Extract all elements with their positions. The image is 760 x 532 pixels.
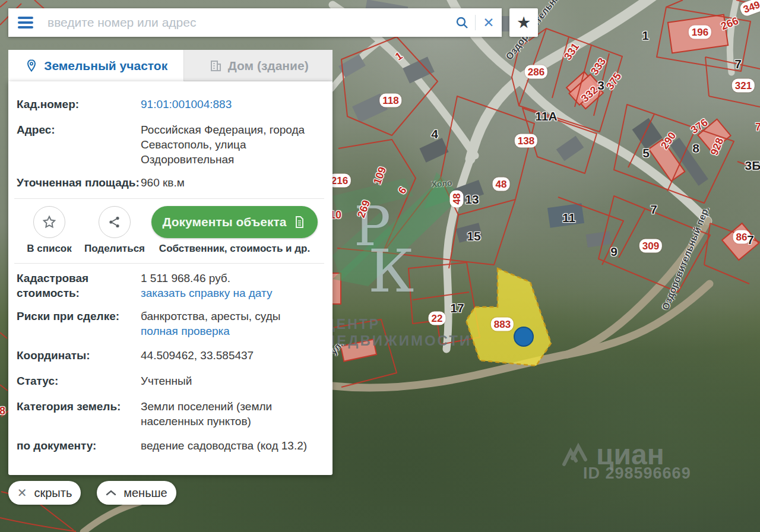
favorites-button[interactable]: ★ xyxy=(509,8,538,37)
street-name-label: Оздоровительный пер. xyxy=(660,205,712,312)
field-risks: Риски при сделке: банкротства, аресты, с… xyxy=(17,309,322,338)
cad-number-link[interactable]: 91:01:001004:883 xyxy=(141,97,232,112)
field-coordinates: Координаты: 44.509462, 33.585437 xyxy=(17,348,322,363)
parcel-number-label[interactable]: 349 xyxy=(739,0,760,17)
house-number-label: 1 xyxy=(642,28,649,43)
tab-land-parcel[interactable]: Земельный участок xyxy=(8,50,183,81)
parcel-number-label: 331 xyxy=(562,41,582,63)
object-type-tabs: Земельный участок Дом (здание) xyxy=(8,50,332,81)
search-button[interactable] xyxy=(449,8,475,37)
button-label: Документы объекта xyxy=(163,215,287,229)
hide-panel-button[interactable]: ✕ скрыть xyxy=(8,481,81,505)
street-name-label: Холо xyxy=(431,178,452,189)
house-number-label: 3Б xyxy=(745,159,760,173)
parcel-number-label: 6 xyxy=(396,185,410,197)
house-number-label: 4 xyxy=(431,127,438,141)
chevron-up-icon xyxy=(106,490,116,496)
add-to-list-button[interactable] xyxy=(33,206,65,238)
field-label: Координаты: xyxy=(17,348,141,363)
field-cadastral-value: Кадастровая стоимость: 1 511 968.46 руб.… xyxy=(17,271,322,300)
parcel-number-label[interactable]: 48 xyxy=(493,178,510,191)
add-to-list-action: В список xyxy=(17,206,82,255)
parcel-number-label[interactable]: 286 xyxy=(525,65,547,79)
tab-label: Дом (здание) xyxy=(228,59,309,73)
hide-label: скрыть xyxy=(34,486,72,500)
field-address: Адрес: Российская Федерация, города Сева… xyxy=(17,122,322,167)
divider xyxy=(14,198,324,199)
field-area: Уточненная площадь: 960 кв.м xyxy=(17,175,322,190)
field-label: Риски при сделке: xyxy=(17,309,141,338)
parcel-info-panel: Кад.номер: 91:01:001004:883 Адрес: Росси… xyxy=(8,81,332,475)
parcel-number-label: 8 xyxy=(0,405,5,417)
parcel-number-label: 928 xyxy=(708,136,727,157)
parcel-number-label: 376 xyxy=(689,116,711,137)
share-button[interactable] xyxy=(99,206,131,238)
house-number-label: 7 xyxy=(650,202,657,217)
action-label: В список xyxy=(17,243,82,255)
field-value: Российская Федерация, города Севастополь… xyxy=(141,122,319,167)
parcel-number-label[interactable]: 48 xyxy=(450,191,464,208)
parcel-number-label[interactable]: 321 xyxy=(732,79,755,93)
parcel-number-label: 7 xyxy=(755,121,760,134)
field-status: Статус: Учтенный xyxy=(17,373,322,388)
order-statement-link[interactable]: заказать справку на дату xyxy=(141,286,272,300)
parcel-number-label: 266 xyxy=(719,15,740,33)
tab-label: Земельный участок xyxy=(44,59,167,73)
menu-button[interactable] xyxy=(8,8,43,37)
house-number-label: 8 xyxy=(692,141,699,156)
collapse-panel-button[interactable]: меньше xyxy=(97,481,176,505)
search-input[interactable] xyxy=(43,15,449,30)
tab-building[interactable]: Дом (здание) xyxy=(183,50,332,81)
object-documents-button[interactable]: Документы объекта xyxy=(151,206,318,238)
star-icon: ★ xyxy=(517,13,531,32)
share-action: Поделиться xyxy=(82,206,147,255)
parcel-number-label: 375 xyxy=(604,71,624,93)
field-value: Земли поселений (земли населенных пункто… xyxy=(141,399,319,429)
field-label: Адрес: xyxy=(17,122,141,167)
parcel-number-label[interactable]: 309 xyxy=(639,239,662,253)
field-by-document: по документу: ведение садоводства (код 1… xyxy=(17,438,322,453)
documents-action: Документы объекта Собственник, стоимость… xyxy=(147,206,322,255)
parcel-number-label[interactable]: 138 xyxy=(515,134,537,148)
field-label: по документу: xyxy=(17,438,141,453)
field-value: 44.509462, 33.585437 xyxy=(141,348,319,363)
house-number-label: 13 xyxy=(465,192,479,207)
field-label: Кад.номер: xyxy=(17,97,141,112)
field-label: Уточненная площадь: xyxy=(17,175,141,190)
divider xyxy=(14,263,324,264)
parcel-number-label: 333 xyxy=(588,56,609,78)
search-bar: ✕ xyxy=(8,8,502,37)
document-icon xyxy=(292,215,306,229)
less-label: меньше xyxy=(124,486,167,500)
field-cad-number: Кад.номер: 91:01:001004:883 xyxy=(17,97,322,112)
house-number-label: 15 xyxy=(467,229,480,243)
parcel-number-label[interactable]: 22 xyxy=(429,312,446,325)
field-value: 1 511 968.46 руб. xyxy=(141,272,230,284)
parcel-number-label[interactable]: 196 xyxy=(689,26,711,39)
building-icon xyxy=(208,59,223,73)
house-number-label: 17 xyxy=(450,301,464,315)
map-pin-icon xyxy=(24,59,39,73)
house-number-label: 7 xyxy=(734,57,742,71)
house-number-label: 11 xyxy=(562,211,575,225)
documents-caption: Собственник, стоимость и др. xyxy=(147,243,322,255)
full-check-link[interactable]: полная проверка xyxy=(141,324,230,338)
action-label: Поделиться xyxy=(82,243,147,255)
star-outline-icon xyxy=(42,214,57,230)
field-land-category: Категория земель: Земли поселений (земли… xyxy=(17,399,322,429)
field-label: Категория земель: xyxy=(17,399,141,429)
parcel-number-label: 290 xyxy=(658,130,679,152)
parcel-number-label[interactable]: 883 xyxy=(491,318,514,331)
house-number-label: 5 xyxy=(642,146,650,160)
parcel-number-label: 269 xyxy=(355,198,373,219)
parcel-number-label[interactable]: 118 xyxy=(379,94,401,107)
search-icon xyxy=(455,15,469,30)
house-number-label: 11А xyxy=(535,109,557,124)
app-window: Р К ЦЕНТР НЕДВИЖИМОСТИ циан ID 298596669… xyxy=(0,0,760,532)
field-label: Кадастровая стоимость: xyxy=(17,271,141,300)
house-number-label: 7 xyxy=(747,233,754,247)
house-number-label: 9 xyxy=(610,245,618,259)
actions-row: В список Поделиться Документы объекта xyxy=(17,206,322,255)
parcel-number-label: 109 xyxy=(371,165,389,186)
clear-search-button[interactable]: ✕ xyxy=(476,8,502,37)
